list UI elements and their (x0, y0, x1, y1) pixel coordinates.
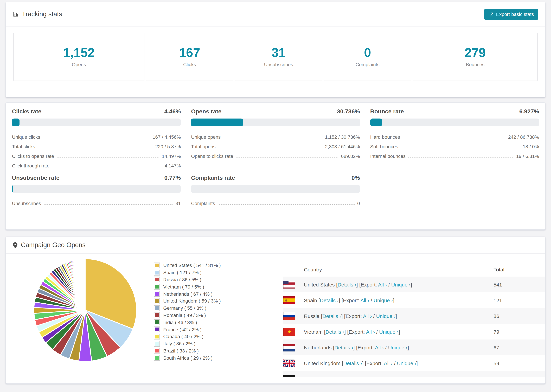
country-cell: Netherlands [Details ›] [Export: All › /… (304, 344, 494, 350)
details-link[interactable]: Details › (328, 376, 347, 377)
rate-panel: Clicks rate4.46%Unique clicks167 / 4.456… (12, 108, 181, 169)
campaign-geo-opens-card: Campaign Geo Opens United States ( 541 /… (6, 237, 545, 384)
progress-bar (12, 185, 181, 193)
export-unique-link[interactable]: Unique › (381, 376, 401, 377)
legend-swatch (154, 277, 160, 283)
stat-box: 279Bounces (413, 33, 538, 81)
total-cell: 79 (494, 329, 545, 335)
export-unique-link[interactable]: Unique › (376, 313, 396, 319)
rate-value: 0.77% (164, 175, 181, 182)
country-name: Netherlands (304, 344, 333, 350)
progress-bar (12, 119, 181, 126)
rate-title: Opens rate (191, 108, 222, 115)
stat-value: 0 (364, 46, 371, 60)
legend-item: India ( 46 / 3% ) (154, 319, 221, 326)
details-link[interactable]: Details › (338, 281, 356, 287)
progress-fill (12, 185, 13, 193)
rate-rows: Unique clicks167 / 4.456%Total clicks220… (12, 131, 181, 169)
dotted-leader (38, 147, 152, 148)
rate-title: Bounce rate (370, 108, 404, 115)
legend-label: India ( 46 / 3% ) (163, 320, 197, 325)
legend-item: Germany ( 55 / 3% ) (154, 305, 221, 312)
stat-label: Opens (72, 62, 86, 67)
export-unique-link[interactable]: Unique › (391, 281, 410, 287)
details-link[interactable]: Details › (343, 360, 362, 366)
stat-line-value: 689.82% (341, 154, 360, 159)
legend-label: Brazil ( 33 / 2% ) (163, 348, 199, 354)
export-basic-stats-button[interactable]: Export basic stats (484, 9, 538, 20)
export-all-link[interactable]: All › (366, 329, 375, 335)
legend-label: Netherlands ( 67 / 4% ) (163, 291, 212, 297)
country-name: United States (304, 281, 336, 287)
pie-legend: United States ( 541 / 31% )Spain ( 121 /… (154, 262, 221, 361)
rate-rows: Complaints0 (191, 197, 360, 207)
dotted-leader (401, 147, 520, 148)
stat-line-value: 220 / 5.87% (155, 144, 181, 149)
details-link[interactable]: Details › (322, 313, 341, 319)
country-name: Vietnam (304, 329, 324, 335)
rate-rows: Unique opens1,152 / 30.736%Total opens2,… (191, 131, 360, 160)
stat-line-value: 2,303 / 61.446% (325, 144, 360, 149)
geo-table-rows: United States [Details ›] [Export: All ›… (283, 277, 545, 377)
progress-bar (370, 119, 539, 126)
stat-line-label: Internal bounces (370, 154, 406, 159)
rate-value: 0% (352, 175, 360, 182)
legend-label: Vietnam ( 79 / 5% ) (163, 284, 204, 290)
rate-title: Unsubscribe rate (12, 175, 60, 182)
export-all-link[interactable]: All › (384, 360, 393, 366)
details-link[interactable]: Details › (320, 297, 339, 303)
summary-stats-row: 1,152Opens167Clicks31Unsubscribes0Compla… (13, 33, 538, 81)
geo-country-table: Country Total United States [Details ›] … (283, 260, 545, 377)
dotted-leader (223, 138, 322, 138)
stat-line: Click through rate4.147% (12, 160, 181, 169)
dotted-leader (408, 157, 513, 158)
stat-line-value: 19 / 6.81% (516, 154, 539, 159)
legend-label: United Kingdom ( 59 / 3% ) (163, 298, 221, 304)
export-unique-link[interactable]: Unique › (374, 297, 393, 303)
legend-swatch (154, 355, 160, 361)
stat-line-value: 0 (357, 201, 360, 206)
total-cell: 86 (494, 313, 545, 319)
tracking-stats-card: Tracking stats Export basic stats 1,152O… (6, 2, 545, 97)
export-all-link[interactable]: All › (363, 313, 372, 319)
export-unique-link[interactable]: Unique › (397, 360, 416, 366)
country-cell: Spain [Details ›] [Export: All › / Uniqu… (304, 297, 494, 303)
table-row: Vietnam [Details ›] [Export: All › / Uni… (283, 324, 545, 339)
legend-label: South Africa ( 29 / 2% ) (163, 355, 212, 361)
legend-item: United Kingdom ( 59 / 3% ) (154, 297, 221, 305)
vn-flag-icon (283, 328, 295, 336)
legend-item: Brazil ( 33 / 2% ) (154, 347, 221, 354)
stat-line: Unique opens1,152 / 30.736% (191, 131, 360, 140)
export-all-link[interactable]: All › (378, 281, 387, 287)
legend-item: United States ( 541 / 31% ) (154, 262, 221, 269)
stat-line: Clicks to opens rate14.497% (12, 150, 181, 160)
page-title: Tracking stats (22, 10, 62, 18)
stat-line-label: Clicks to opens rate (12, 154, 54, 159)
dotted-leader (43, 138, 150, 138)
country-name: Germany (304, 376, 326, 377)
rate-rows: Hard bounces242 / 86.738%Soft bounces18 … (370, 131, 539, 160)
de-flag-icon (283, 375, 295, 377)
legend-swatch (154, 327, 160, 332)
total-cell: 67 (494, 344, 545, 350)
export-unique-link[interactable]: Unique › (388, 344, 407, 350)
stat-line-label: Soft bounces (370, 144, 398, 149)
export-all-link[interactable]: All › (375, 344, 384, 350)
country-cell: United States [Details ›] [Export: All ›… (304, 281, 494, 287)
rate-panel-header: Unsubscribe rate0.77% (12, 175, 181, 182)
export-unique-link[interactable]: Unique › (379, 329, 399, 335)
country-name: Russia (304, 313, 321, 319)
stat-label: Bounces (466, 62, 484, 67)
export-button-label: Export basic stats (496, 11, 534, 17)
stat-line: Opens to clicks rate689.82% (191, 150, 360, 160)
details-link[interactable]: Details › (334, 344, 353, 350)
progress-fill (12, 119, 20, 126)
export-all-link[interactable]: All › (368, 376, 377, 377)
geo-opens-pie-chart (32, 257, 138, 363)
dotted-leader (218, 204, 354, 205)
export-all-link[interactable]: All › (360, 297, 369, 303)
stat-label: Clicks (183, 62, 196, 67)
rate-panel: Opens rate30.736%Unique opens1,152 / 30.… (191, 108, 360, 169)
gb-flag-icon (283, 359, 295, 367)
details-link[interactable]: Details › (325, 329, 344, 335)
